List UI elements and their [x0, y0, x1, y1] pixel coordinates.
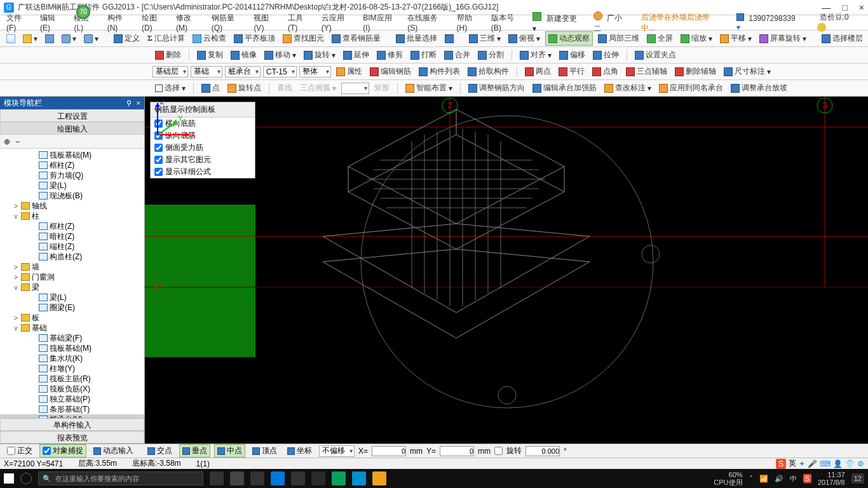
start-button[interactable] [4, 473, 14, 484]
mode-dropdown[interactable]: 整体 [299, 66, 331, 78]
pick-button[interactable]: 拾取构件 [465, 65, 512, 78]
tree-node[interactable]: 梁(L) [0, 180, 144, 191]
tree-node[interactable]: 暗柱(Z) [0, 231, 144, 241]
menu-edit[interactable]: 编辑(E) [37, 11, 68, 34]
redo-button[interactable]: ▾ [81, 33, 101, 44]
taskview-icon[interactable] [210, 471, 224, 485]
tree-node[interactable]: 条形基础(T) [0, 404, 144, 414]
smart-button[interactable]: 智能布置 ▾ [403, 81, 455, 95]
tree-node[interactable]: >墙 [0, 262, 144, 272]
save-button[interactable] [43, 33, 57, 44]
editrebar-button[interactable]: 编辑钢筋 [367, 65, 414, 78]
tree-node[interactable]: 构造柱(Z) [0, 252, 144, 262]
menu-rebar[interactable]: 钢筋量(Q) [209, 11, 248, 34]
tree-node[interactable]: 集水坑(K) [0, 353, 144, 363]
tab-report-preview[interactable]: 报表预览 [0, 431, 144, 444]
taskbar-search[interactable]: 🔍在这里输入你要搜索的内容 [38, 471, 203, 485]
tree-node[interactable]: 现浇板(B) [0, 191, 144, 201]
tree-node[interactable]: v柱 [0, 211, 144, 221]
menu-file[interactable]: 文件(F) [4, 11, 34, 34]
open-button[interactable]: ▾ [20, 33, 40, 44]
tray-ime-icon[interactable]: 中 [790, 474, 797, 484]
select-button[interactable]: 选择 ▾ [153, 81, 188, 95]
fullscreen-button[interactable]: 全屏 [644, 32, 675, 45]
zoomwin-button[interactable] [442, 33, 456, 44]
ime-icon-1[interactable]: ✦ [799, 459, 805, 468]
coin-label[interactable]: 造价豆:0 [815, 11, 864, 35]
define-button[interactable]: 定义 [111, 32, 142, 45]
rotate-button[interactable]: 旋转 ▾ [301, 48, 338, 62]
tree-node[interactable]: 筏板基础(M) [0, 343, 144, 353]
cross-toggle[interactable]: 交点 [144, 444, 175, 458]
expand-all-icon[interactable]: ⊕ [4, 137, 10, 146]
component-tree[interactable]: 筏板基础(M)框柱(Z)剪力墙(Q)梁(L)现浇板(B)>轴线v柱框柱(Z)暗柱… [0, 149, 144, 418]
sidebar-close-icon[interactable]: × [137, 99, 140, 107]
parallel-button[interactable]: 平行 [556, 65, 587, 78]
complist-button[interactable]: 构件列表 [416, 65, 463, 78]
rebar-display-option[interactable]: 显示其它图元 [151, 154, 255, 166]
tab-single-input[interactable]: 单构件输入 [0, 418, 144, 431]
menu-version[interactable]: 版本号(B) [489, 11, 526, 34]
tree-node[interactable]: 梁(L) [0, 292, 144, 302]
store-icon[interactable] [291, 471, 305, 485]
rotate-checkbox[interactable] [494, 447, 503, 455]
app-icon-1[interactable] [230, 471, 244, 485]
menu-view[interactable]: 视图(V) [251, 11, 281, 34]
break-button[interactable]: 打断 [408, 48, 439, 62]
edge-icon[interactable] [271, 471, 285, 485]
menu-component[interactable]: 构件(N) [105, 11, 135, 34]
tree-node[interactable]: 端柱(Z) [0, 241, 144, 252]
setpin-button[interactable]: 设置夹点 [632, 48, 679, 62]
findnote-button[interactable]: 查改标注 ▾ [602, 81, 654, 95]
tray-network-icon[interactable]: 📶 [759, 475, 768, 483]
rotpt-button[interactable]: 旋转点 [225, 81, 264, 95]
floor-dropdown[interactable]: 基础层 [153, 66, 188, 78]
ime-icon-4[interactable]: 👤 [833, 459, 843, 468]
apex-toggle[interactable]: 顶点 [249, 444, 280, 458]
coord-toggle[interactable]: 坐标 [284, 444, 315, 458]
dyninput-toggle[interactable]: 动态输入 [90, 444, 137, 458]
app-icon-4[interactable] [332, 471, 346, 485]
rebar-display-option[interactable]: 显示详细公式 [151, 166, 255, 178]
tree-node[interactable]: >门窗洞 [0, 272, 144, 282]
sidebar-pin-icon[interactable]: ⚲ [126, 99, 132, 107]
tree-node[interactable]: v基础 [0, 323, 144, 333]
extend-button[interactable]: 延伸 [341, 48, 372, 62]
cortana-icon[interactable] [20, 473, 32, 484]
delete-button[interactable]: 删除 [153, 48, 184, 62]
osnap-toggle[interactable]: 对象捕捉 [39, 444, 86, 458]
menu-online[interactable]: 在线服务(S) [405, 11, 450, 34]
screenrotate-button[interactable]: 屏幕旋转 ▾ [757, 32, 809, 45]
adjdir-button[interactable]: 调整钢筋方向 [466, 81, 527, 95]
delaux-button[interactable]: 删除辅轴 [672, 65, 719, 78]
category-dropdown[interactable]: 基础 [191, 66, 222, 78]
taskbar[interactable]: 🔍在这里输入你要搜索的内容 60%CPU使用 ˄ 📶 🔊 中 S 11:3720… [0, 469, 868, 488]
menu-draw[interactable]: 绘图(D) [139, 11, 170, 34]
tab-project-settings[interactable]: 工程设置 [0, 109, 144, 122]
menu-bim[interactable]: BIM应用(I) [360, 11, 401, 34]
flatboard-button[interactable]: 平齐板顶 [231, 32, 278, 45]
ime-icon-3[interactable]: ⌨ [820, 459, 831, 468]
cloudcheck-button[interactable]: 云检查 [190, 32, 229, 45]
linestyle-dropdown[interactable] [341, 83, 369, 94]
tree-node[interactable]: 框柱(Z) [0, 221, 144, 231]
menu-modify[interactable]: 修改(M) [173, 11, 205, 34]
tray-sogou-icon[interactable]: S [803, 474, 811, 483]
mid-toggle[interactable]: 中点 [214, 444, 245, 458]
adjslope-button[interactable]: 调整承台放坡 [728, 81, 790, 95]
app-icon-2[interactable] [250, 471, 264, 485]
pan-button[interactable]: 平移 ▾ [717, 32, 754, 45]
app-icon-6[interactable] [372, 471, 386, 485]
undo-button[interactable]: ▾ [59, 33, 79, 44]
item-dropdown[interactable]: CT-15 [263, 66, 297, 78]
applyto-button[interactable]: 应用到同名承台 [656, 81, 726, 95]
ime-badge[interactable]: S [776, 459, 786, 469]
viewrebar-button[interactable]: 查看钢筋量 [329, 32, 383, 45]
ime-icon-2[interactable]: 🎤 [808, 459, 817, 468]
tray-volume-icon[interactable]: 🔊 [775, 475, 783, 483]
tray-up-icon[interactable]: ˄ [749, 475, 753, 483]
tree-node[interactable]: 剪力墙(Q) [0, 170, 144, 180]
tree-node[interactable]: 独立基础(P) [0, 394, 144, 404]
tab-draw-input[interactable]: 绘图输入 [0, 122, 144, 135]
angle-button[interactable]: 点角 [590, 65, 621, 78]
